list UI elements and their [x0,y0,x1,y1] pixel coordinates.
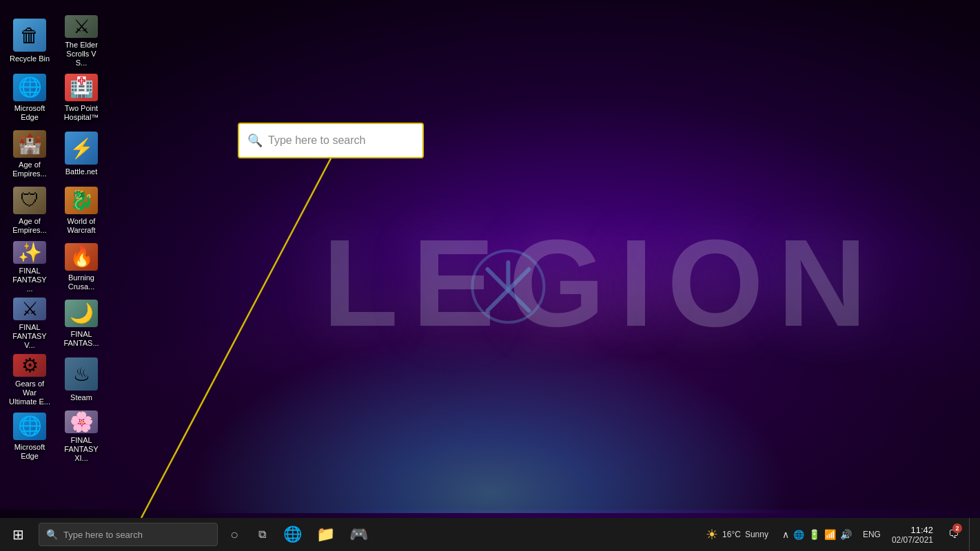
desktop-icon-final-fantasy[interactable]: ✨FINAL FANTASY ... [6,240,54,295]
two-point-hospital-label: Two Point Hospital™ [61,104,102,122]
battlenet-icon: ⚡ [65,132,98,165]
age-of-empires-label: Age of Empires... [9,160,50,178]
desktop-icon-burning-crusade[interactable]: 🔥Burning Crusa... [57,240,105,295]
volume-icon: 🔊 [840,529,852,540]
desktop-icon-final-fantasy-xiv[interactable]: 🌙FINAL FANTAS... [57,296,105,351]
final-fantasy-xii-label: FINAL FANTASY XI... [61,436,102,464]
final-fantasy-xii-icon: 🌸 [65,410,98,433]
gears-of-war-icon: ⚙ [13,354,46,377]
recycle-bin-label: Recycle Bin [10,54,50,63]
language-indicator[interactable]: ENG [860,530,884,539]
taskbar-edge-button[interactable]: 🌐 [276,518,309,551]
taskbar-pinned-apps: 🌐 📁 🎮 [276,518,375,551]
steam-label: Steam [70,393,92,402]
taskbar-search-text: Type here to search [63,530,143,540]
legion-logo-icon [467,249,549,338]
microsoft-edge-icon: 🌐 [13,74,46,101]
microsoft-edge-2-label: Microsoft Edge [9,443,50,461]
desktop-icon-steam[interactable]: ♨Steam [57,353,105,408]
start-button[interactable]: ⊞ [0,518,36,551]
final-fantasy-xiv-label: FINAL FANTAS... [61,330,102,348]
task-view-button[interactable]: ⧉ [248,518,276,551]
final-fantasy-v-icon: ⚔ [13,298,46,320]
desktop-icon-microsoft-edge[interactable]: 🌐Microsoft Edge [6,70,54,125]
windows-logo-icon: ⊞ [12,526,24,543]
elder-scrolls-label: The Elder Scrolls V S... [61,41,102,68]
burning-crusade-icon: 🔥 [65,243,98,271]
desktop-icon-age-of-empires-2[interactable]: 🛡Age of Empires... [6,183,54,238]
taskbar: ⊞ 🔍 Type here to search ○ ⧉ 🌐 📁 🎮 [0,518,980,551]
world-of-warcraft-icon: 🐉 [65,187,98,214]
file-explorer-taskbar-icon: 📁 [316,526,335,543]
wifi-icon: 📶 [824,529,836,540]
svg-line-1 [141,158,331,518]
weather-temperature: 16°C [722,530,741,539]
desktop-icon-final-fantasy-v[interactable]: ⚔FINAL FANTASY V... [6,296,54,351]
taskbar-xbox-button[interactable]: 🎮 [342,518,375,551]
search-callout-box[interactable]: 🔍 Type here to search [238,123,424,158]
age-of-empires-2-label: Age of Empires... [9,217,50,235]
desktop-icon-two-point-hospital[interactable]: 🏥Two Point Hospital™ [57,70,105,125]
final-fantasy-xiv-icon: 🌙 [65,300,98,327]
taskbar-search-box[interactable]: 🔍 Type here to search [39,523,218,546]
network-icon: 🌐 [793,530,804,540]
edge-taskbar-icon: 🌐 [283,526,302,543]
weather-sun-icon: ☀ [706,526,718,543]
search-callout-icon: 🔍 [247,133,263,148]
clock-widget[interactable]: 11:42 02/07/2021 [886,518,939,551]
gears-of-war-label: Gears of War Ultimate E... [9,380,50,407]
final-fantasy-icon: ✨ [13,241,46,264]
age-of-empires-icon: 🏰 [13,130,46,158]
burning-crusade-label: Burning Crusa... [61,273,102,291]
xbox-taskbar-icon: 🎮 [349,526,368,543]
elder-scrolls-icon: ⚔ [65,15,98,38]
desktop-icon-gears-of-war[interactable]: ⚙Gears of War Ultimate E... [6,353,54,408]
notification-badge: 2 [952,523,962,533]
recycle-bin-icon: 🗑 [13,19,46,52]
clock-time: 11:42 [910,525,933,535]
taskbar-system-tray: ☀ 16°C Sunny ∧ 🌐 🔋 📶 🔊 ENG 11:42 02/07/2… [700,518,980,551]
desktop-icon-battlenet[interactable]: ⚡Battle.net [57,127,105,182]
language-text: ENG [863,530,881,539]
clock-date: 02/07/2021 [892,535,933,545]
legion-background-text: LEGION [323,211,881,354]
two-point-hospital-icon: 🏥 [65,74,98,101]
battery-icon: 🔋 [808,529,820,540]
steam-icon: ♨ [65,357,98,391]
world-of-warcraft-label: World of Warcraft [61,217,102,235]
notification-center-button[interactable]: 🗨 2 [941,518,966,551]
tray-expand-icon: ∧ [782,529,789,540]
desktop-icon-final-fantasy-xii[interactable]: 🌸FINAL FANTASY XI... [57,409,105,464]
cortana-button[interactable]: ○ [221,518,248,551]
desktop-icon-age-of-empires[interactable]: 🏰Age of Empires... [6,127,54,182]
desktop: LEGION 🗑Recycle Bin⚔The Elder Scrolls V … [0,0,980,551]
microsoft-edge-label: Microsoft Edge [9,104,50,122]
battlenet-label: Battle.net [65,167,97,176]
taskbar-file-explorer-button[interactable]: 📁 [309,518,342,551]
task-view-icon: ⧉ [258,528,266,541]
cortana-icon: ○ [230,527,238,543]
system-icons-group[interactable]: ∧ 🌐 🔋 📶 🔊 [777,518,857,551]
microsoft-edge-2-icon: 🌐 [13,413,46,440]
final-fantasy-label: FINAL FANTASY ... [9,267,50,294]
desktop-icons-container: 🗑Recycle Bin⚔The Elder Scrolls V S...🌐Mi… [0,7,110,517]
desktop-icon-microsoft-edge-2[interactable]: 🌐Microsoft Edge [6,409,54,464]
final-fantasy-v-label: FINAL FANTASY V... [9,323,50,351]
search-callout-text: Type here to search [268,134,365,147]
desktop-icon-world-of-warcraft[interactable]: 🐉World of Warcraft [57,183,105,238]
desktop-icon-recycle-bin[interactable]: 🗑Recycle Bin [6,14,54,69]
taskbar-search-icon: 🔍 [46,529,58,540]
show-desktop-button[interactable] [969,518,974,551]
age-of-empires-2-icon: 🛡 [13,187,46,214]
weather-widget[interactable]: ☀ 16°C Sunny [700,518,774,551]
desktop-icon-elder-scrolls[interactable]: ⚔The Elder Scrolls V S... [57,14,105,69]
weather-condition: Sunny [745,530,768,539]
